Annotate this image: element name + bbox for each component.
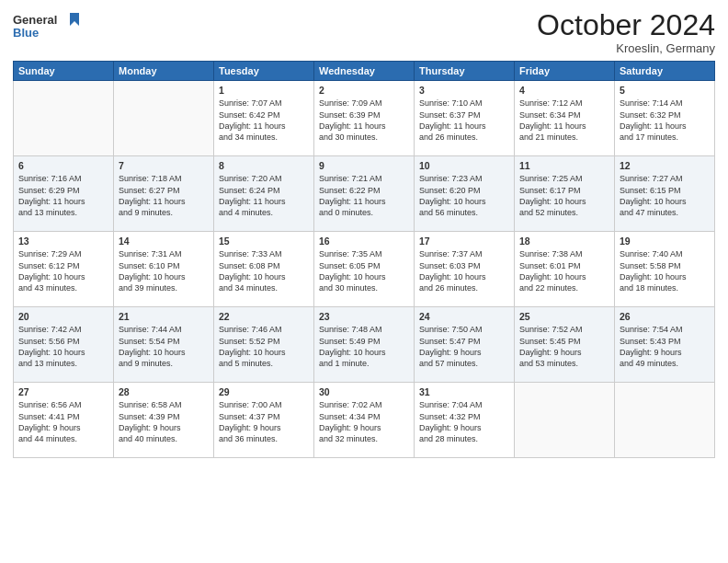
logo-text: General Blue: [13, 9, 86, 48]
day-number: 1: [219, 84, 309, 97]
cell-info: Sunrise: 6:56 AM Sunset: 4:41 PM Dayligh…: [18, 399, 108, 444]
day-number: 8: [219, 159, 309, 172]
cell-info: Sunrise: 7:37 AM Sunset: 6:03 PM Dayligh…: [419, 248, 509, 293]
cell-info: Sunrise: 7:38 AM Sunset: 6:01 PM Dayligh…: [519, 248, 609, 293]
cell-info: Sunrise: 7:09 AM Sunset: 6:39 PM Dayligh…: [319, 98, 409, 143]
day-number: 6: [18, 159, 108, 172]
cell-1-6: 12Sunrise: 7:27 AM Sunset: 6:15 PM Dayli…: [615, 156, 715, 232]
day-number: 4: [519, 84, 609, 97]
week-row-4: 20Sunrise: 7:42 AM Sunset: 5:56 PM Dayli…: [14, 307, 715, 383]
day-number: 11: [519, 159, 609, 172]
day-number: 25: [519, 310, 609, 323]
title-block: October 2024 Kroeslin, Germany: [537, 9, 715, 55]
cell-3-4: 24Sunrise: 7:50 AM Sunset: 5:47 PM Dayli…: [415, 307, 515, 383]
cell-info: Sunrise: 7:50 AM Sunset: 5:47 PM Dayligh…: [419, 324, 509, 369]
cell-0-1: [114, 81, 214, 156]
cell-3-6: 26Sunrise: 7:54 AM Sunset: 5:43 PM Dayli…: [615, 307, 715, 383]
week-row-5: 27Sunrise: 6:56 AM Sunset: 4:41 PM Dayli…: [14, 383, 715, 458]
header-row: Sunday Monday Tuesday Wednesday Thursday…: [14, 62, 715, 81]
day-number: 5: [620, 84, 710, 97]
cell-info: Sunrise: 7:14 AM Sunset: 6:32 PM Dayligh…: [620, 98, 710, 143]
day-number: 18: [519, 235, 609, 247]
cell-3-1: 21Sunrise: 7:44 AM Sunset: 5:54 PM Dayli…: [114, 307, 214, 383]
col-tuesday: Tuesday: [214, 62, 314, 81]
logo: General Blue: [13, 9, 86, 48]
cell-4-6: [615, 383, 715, 458]
cell-info: Sunrise: 7:20 AM Sunset: 6:24 PM Dayligh…: [219, 173, 309, 218]
day-number: 15: [219, 235, 309, 247]
cell-1-5: 11Sunrise: 7:25 AM Sunset: 6:17 PM Dayli…: [515, 156, 615, 232]
cell-3-3: 23Sunrise: 7:48 AM Sunset: 5:49 PM Dayli…: [314, 307, 415, 383]
cell-info: Sunrise: 7:16 AM Sunset: 6:29 PM Dayligh…: [18, 173, 108, 218]
week-row-2: 6Sunrise: 7:16 AM Sunset: 6:29 PM Daylig…: [14, 156, 715, 232]
day-number: 3: [419, 84, 509, 97]
cell-info: Sunrise: 7:10 AM Sunset: 6:37 PM Dayligh…: [419, 98, 509, 143]
day-number: 23: [319, 310, 409, 323]
cell-2-6: 19Sunrise: 7:40 AM Sunset: 5:58 PM Dayli…: [615, 232, 715, 307]
col-wednesday: Wednesday: [314, 62, 415, 81]
cell-info: Sunrise: 7:27 AM Sunset: 6:15 PM Dayligh…: [620, 173, 710, 218]
cell-3-5: 25Sunrise: 7:52 AM Sunset: 5:45 PM Dayli…: [515, 307, 615, 383]
cell-info: Sunrise: 7:46 AM Sunset: 5:52 PM Dayligh…: [219, 324, 309, 369]
day-number: 26: [620, 310, 710, 323]
cell-1-4: 10Sunrise: 7:23 AM Sunset: 6:20 PM Dayli…: [415, 156, 515, 232]
svg-marker-2: [70, 13, 79, 26]
cell-info: Sunrise: 7:42 AM Sunset: 5:56 PM Dayligh…: [18, 324, 108, 369]
day-number: 10: [419, 159, 509, 172]
day-number: 21: [119, 310, 209, 323]
day-number: 29: [219, 385, 309, 398]
location: Kroeslin, Germany: [537, 41, 715, 55]
cell-info: Sunrise: 7:23 AM Sunset: 6:20 PM Dayligh…: [419, 173, 509, 218]
col-sunday: Sunday: [14, 62, 114, 81]
cell-4-0: 27Sunrise: 6:56 AM Sunset: 4:41 PM Dayli…: [14, 383, 114, 458]
cell-0-0: [14, 81, 114, 156]
day-number: 14: [119, 235, 209, 247]
svg-text:General: General: [13, 13, 57, 27]
cell-2-5: 18Sunrise: 7:38 AM Sunset: 6:01 PM Dayli…: [515, 232, 615, 307]
cell-info: Sunrise: 7:07 AM Sunset: 6:42 PM Dayligh…: [219, 98, 309, 143]
cell-info: Sunrise: 7:33 AM Sunset: 6:08 PM Dayligh…: [219, 248, 309, 293]
month-title: October 2024: [537, 9, 715, 41]
week-row-1: 1Sunrise: 7:07 AM Sunset: 6:42 PM Daylig…: [14, 81, 715, 156]
cell-info: Sunrise: 7:04 AM Sunset: 4:32 PM Dayligh…: [419, 399, 509, 444]
cell-info: Sunrise: 6:58 AM Sunset: 4:39 PM Dayligh…: [119, 399, 209, 444]
day-number: 9: [319, 159, 409, 172]
day-number: 2: [319, 84, 409, 97]
cell-info: Sunrise: 7:35 AM Sunset: 6:05 PM Dayligh…: [319, 248, 409, 293]
cell-0-2: 1Sunrise: 7:07 AM Sunset: 6:42 PM Daylig…: [214, 81, 314, 156]
cell-4-5: [515, 383, 615, 458]
cell-0-4: 3Sunrise: 7:10 AM Sunset: 6:37 PM Daylig…: [415, 81, 515, 156]
week-row-3: 13Sunrise: 7:29 AM Sunset: 6:12 PM Dayli…: [14, 232, 715, 307]
day-number: 7: [119, 159, 209, 172]
cell-info: Sunrise: 7:12 AM Sunset: 6:34 PM Dayligh…: [519, 98, 609, 143]
cell-info: Sunrise: 7:21 AM Sunset: 6:22 PM Dayligh…: [319, 173, 409, 218]
cell-info: Sunrise: 7:54 AM Sunset: 5:43 PM Dayligh…: [620, 324, 710, 369]
cell-info: Sunrise: 7:52 AM Sunset: 5:45 PM Dayligh…: [519, 324, 609, 369]
day-number: 12: [620, 159, 710, 172]
day-number: 28: [119, 385, 209, 398]
cell-2-2: 15Sunrise: 7:33 AM Sunset: 6:08 PM Dayli…: [214, 232, 314, 307]
cell-1-3: 9Sunrise: 7:21 AM Sunset: 6:22 PM Daylig…: [314, 156, 415, 232]
cell-3-2: 22Sunrise: 7:46 AM Sunset: 5:52 PM Dayli…: [214, 307, 314, 383]
cell-4-2: 29Sunrise: 7:00 AM Sunset: 4:37 PM Dayli…: [214, 383, 314, 458]
col-thursday: Thursday: [415, 62, 515, 81]
day-number: 20: [18, 310, 108, 323]
col-monday: Monday: [114, 62, 214, 81]
cell-info: Sunrise: 7:25 AM Sunset: 6:17 PM Dayligh…: [519, 173, 609, 218]
cell-4-3: 30Sunrise: 7:02 AM Sunset: 4:34 PM Dayli…: [314, 383, 415, 458]
cell-2-0: 13Sunrise: 7:29 AM Sunset: 6:12 PM Dayli…: [14, 232, 114, 307]
cell-info: Sunrise: 7:40 AM Sunset: 5:58 PM Dayligh…: [620, 248, 710, 293]
cell-0-6: 5Sunrise: 7:14 AM Sunset: 6:32 PM Daylig…: [615, 81, 715, 156]
cell-4-4: 31Sunrise: 7:04 AM Sunset: 4:32 PM Dayli…: [415, 383, 515, 458]
day-number: 22: [219, 310, 309, 323]
cell-2-4: 17Sunrise: 7:37 AM Sunset: 6:03 PM Dayli…: [415, 232, 515, 307]
cell-info: Sunrise: 7:29 AM Sunset: 6:12 PM Dayligh…: [18, 248, 108, 293]
cell-info: Sunrise: 7:02 AM Sunset: 4:34 PM Dayligh…: [319, 399, 409, 444]
header: General Blue October 2024 Kroeslin, Germ…: [13, 9, 715, 55]
cell-0-5: 4Sunrise: 7:12 AM Sunset: 6:34 PM Daylig…: [515, 81, 615, 156]
cell-4-1: 28Sunrise: 6:58 AM Sunset: 4:39 PM Dayli…: [114, 383, 214, 458]
day-number: 19: [620, 235, 710, 247]
cell-info: Sunrise: 7:44 AM Sunset: 5:54 PM Dayligh…: [119, 324, 209, 369]
cell-info: Sunrise: 7:18 AM Sunset: 6:27 PM Dayligh…: [119, 173, 209, 218]
col-friday: Friday: [515, 62, 615, 81]
